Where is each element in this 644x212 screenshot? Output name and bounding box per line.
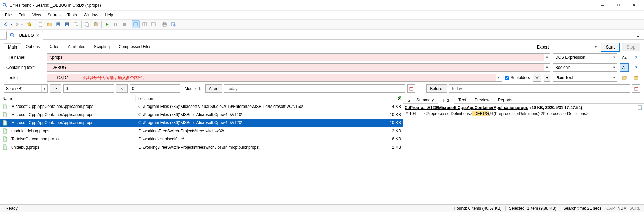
filter-dropdown[interactable]: ▼ (544, 74, 550, 82)
stop-button[interactable] (121, 20, 129, 28)
expand-icon[interactable]: ⊞ (405, 111, 409, 116)
form-tab-options[interactable]: Options (21, 43, 44, 51)
menu-window[interactable]: Window (80, 11, 102, 19)
forward-history-dropdown[interactable]: ▾ (21, 23, 23, 26)
main-split: Name Location S▾⚲ Microsoft.Cpp.AppConta… (0, 95, 644, 204)
table-row[interactable]: Microsoft.Cpp.AppContainerApplication.pr… (0, 102, 403, 111)
maximize-button[interactable]: ☐ (610, 0, 626, 11)
lt-button[interactable]: < (116, 84, 128, 93)
export-button[interactable] (72, 20, 80, 28)
chevron-down-icon[interactable]: ▼ (611, 54, 617, 61)
tab-close-icon[interactable]: ✕ (36, 33, 40, 38)
after-calendar-button[interactable] (407, 84, 415, 93)
tab-overflow-button[interactable]: ▼ (634, 34, 642, 39)
containing-engine-combo[interactable]: Boolean ▼ (553, 63, 617, 72)
layout-3-button[interactable] (149, 20, 157, 28)
save-as-button[interactable] (63, 20, 71, 28)
col-name[interactable]: Name (0, 95, 136, 102)
form-tab-dates[interactable]: Dates (44, 43, 63, 51)
menu-tools[interactable]: Tools (64, 11, 80, 19)
run-button[interactable] (103, 20, 111, 28)
subfolders-checkbox[interactable]: Subfolders (505, 75, 530, 80)
form-tab-compressed-files[interactable]: Compressed Files (114, 43, 156, 51)
preview-tab-text[interactable]: Text (454, 96, 470, 103)
chevron-down-icon[interactable]: ▼ (544, 54, 550, 61)
print-button[interactable] (160, 20, 169, 28)
table-row[interactable]: Microsoft.Cpp.AppContainerApplication.pr… (0, 119, 403, 127)
open-button[interactable] (45, 20, 53, 28)
preview-tab-reports[interactable]: Reports (494, 96, 517, 103)
menu-search[interactable]: Search (44, 11, 64, 19)
preview-tab-preview[interactable]: Preview (470, 96, 494, 103)
chevron-down-icon[interactable]: ▼ (544, 64, 550, 71)
size-unit-combo[interactable]: Size (kB) ▼ (4, 84, 48, 93)
chevron-down-icon[interactable]: ▼ (611, 64, 617, 71)
file-name-engine-combo[interactable]: DOS Expression ▼ (553, 53, 617, 61)
add-folder-button[interactable] (631, 74, 640, 82)
search-tab[interactable]: _DEBUG ✕ (6, 31, 43, 40)
new-search-button[interactable] (37, 20, 45, 28)
close-button[interactable]: ✕ (626, 0, 642, 11)
mode-combo[interactable]: Expert ▼ (535, 43, 599, 51)
cell-location: D:\working\FreeSwitch-Projects\freeswitc… (136, 129, 379, 133)
filter-button[interactable] (533, 74, 541, 82)
preview-tab-hits[interactable]: Hits (438, 97, 454, 104)
goto-icon[interactable] (638, 105, 642, 110)
chevron-down-icon[interactable]: ▼ (611, 74, 617, 81)
before-calendar-button[interactable] (632, 84, 640, 93)
lookin-engine-combo[interactable]: Plain Text ▼ (553, 74, 617, 82)
menu-view[interactable]: View (29, 11, 44, 19)
menu-file[interactable]: File (2, 11, 15, 19)
browse-folder-button[interactable] (620, 74, 629, 82)
favorite-button[interactable] (25, 20, 34, 28)
form-tab-main[interactable]: Main (4, 43, 21, 51)
table-row[interactable]: Microsoft.Cpp.AppContainerApplication.pr… (0, 111, 403, 119)
menu-help[interactable]: Help (102, 11, 117, 19)
tab-label: _DEBUG (17, 33, 34, 38)
table-row[interactable]: module_debug.propsD:\working\FreeSwitch-… (0, 127, 403, 135)
chevron-down-icon[interactable]: ▼ (496, 74, 502, 81)
form-tab-attributes[interactable]: Attributes (64, 43, 90, 51)
subfolders-check[interactable] (505, 76, 509, 80)
size-max-input[interactable] (130, 84, 180, 93)
minimize-button[interactable]: — (595, 0, 610, 11)
size-min-input[interactable] (63, 84, 114, 93)
after-date-input[interactable] (224, 84, 405, 93)
layout-1-button[interactable] (132, 20, 140, 28)
forward-button[interactable] (13, 20, 21, 28)
pause-button[interactable] (112, 20, 120, 28)
back-history-dropdown[interactable]: ▾ (11, 23, 12, 26)
gt-button[interactable]: > (50, 84, 61, 93)
col-size[interactable]: S▾⚲ (379, 95, 403, 102)
menu-edit[interactable]: Edit (15, 11, 29, 19)
case-toggle[interactable]: Aa (620, 63, 629, 72)
file-icon (2, 128, 8, 134)
prev-tab-button[interactable]: ◄ (405, 99, 412, 103)
hit-row[interactable]: ⊞ 104 <PreprocessorDefinitions>_DEBUG;%(… (405, 111, 642, 116)
containing-input[interactable]: _DEBUG ▼ (47, 63, 550, 72)
filter-icon[interactable]: ▾⚲ (397, 96, 401, 99)
preview-file-path[interactable]: C:\Progra...\V120\Microsoft.Cpp.AppConta… (405, 105, 528, 110)
results-body[interactable]: Microsoft.Cpp.AppContainerApplication.pr… (0, 102, 403, 204)
help-file-name[interactable]: ? (631, 53, 640, 61)
form-tab-scripting[interactable]: Scripting (89, 43, 114, 51)
before-date-input[interactable] (449, 84, 630, 93)
copy-button[interactable] (83, 20, 91, 28)
help-containing[interactable]: ? (631, 63, 640, 72)
save-button[interactable] (54, 20, 62, 28)
lookin-input[interactable]: C:\;D:\ 可以以分号为间隔，输入多个路径。 ▼ (47, 74, 502, 82)
table-row[interactable]: unidebug.propsD:\working\FreeSwitch-Proj… (0, 143, 403, 151)
table-row[interactable]: TortoiseGit.common.propsD:\working\torto… (0, 135, 403, 143)
svg-rect-28 (410, 87, 413, 88)
col-location[interactable]: Location (136, 95, 379, 102)
chevron-down-icon[interactable]: ▼ (593, 43, 599, 51)
case-toggle[interactable]: Aa (620, 53, 629, 61)
paste-button[interactable] (92, 20, 100, 28)
file-name-input[interactable]: *.props ▼ (47, 53, 550, 61)
chevron-down-icon[interactable]: ▼ (41, 85, 47, 92)
print-preview-button[interactable] (169, 20, 177, 28)
back-button[interactable] (2, 20, 10, 28)
start-button[interactable]: Start (601, 43, 620, 51)
preview-tab-summary[interactable]: Summary (412, 96, 438, 103)
layout-2-button[interactable] (141, 20, 149, 28)
